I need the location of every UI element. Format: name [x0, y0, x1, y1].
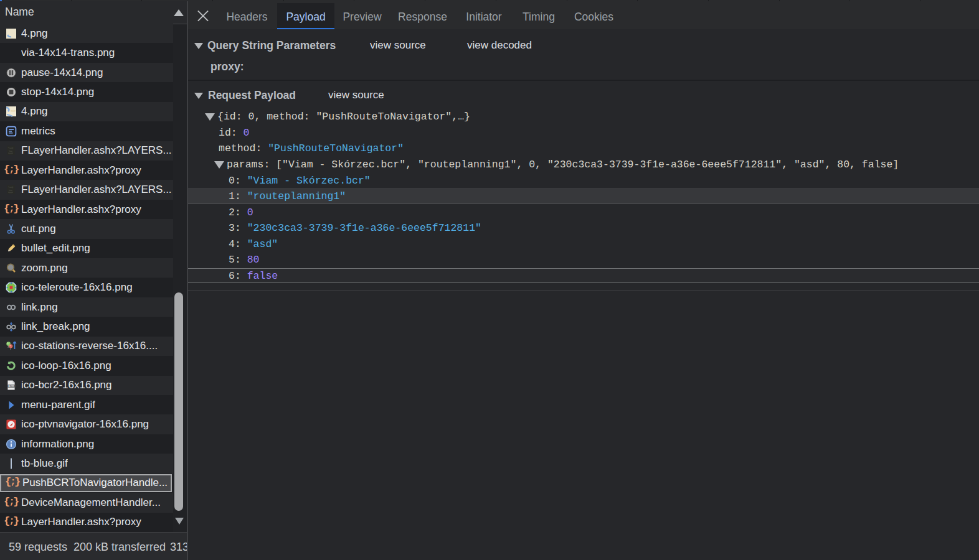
svg-text:BCR: BCR [8, 385, 14, 388]
